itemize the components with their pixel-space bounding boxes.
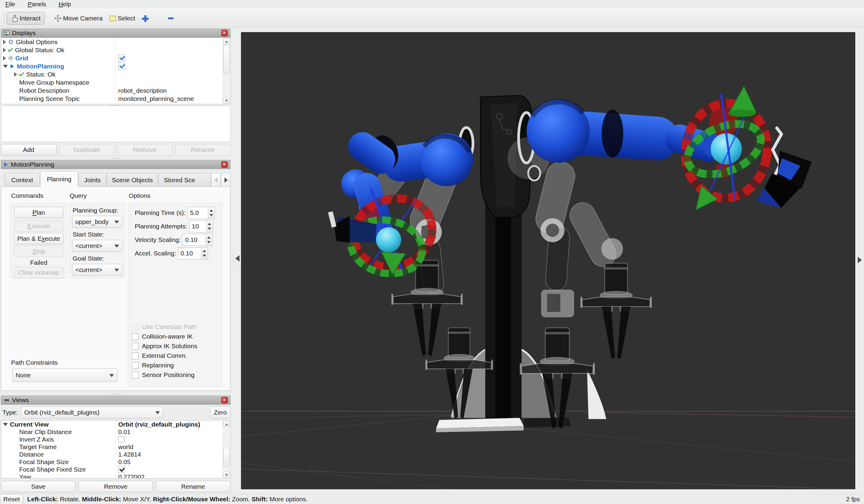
scroll-up-button[interactable] [223, 421, 230, 427]
save-button[interactable]: Save [1, 481, 76, 492]
views-close-button[interactable]: ✕ [221, 397, 228, 404]
select-tool-button[interactable]: Select [106, 12, 139, 25]
displays-row-planning-scene-topic[interactable]: Planning Scene Topic monitored_planning_… [1, 95, 230, 103]
clear-octomap-button[interactable]: Clear octomap [14, 267, 63, 278]
zero-button[interactable]: Zero [210, 406, 230, 418]
tab-scroll-right-button[interactable] [221, 173, 230, 187]
tab-scene-objects[interactable]: Scene Objects [107, 173, 158, 187]
expander-icon[interactable] [3, 423, 8, 426]
displays-row-status-ok[interactable]: Status: Ok [1, 70, 230, 79]
property-value[interactable]: monitored_planning_scene [118, 95, 194, 103]
expander-icon[interactable] [3, 40, 6, 45]
planning-time-input[interactable]: 5.0 [187, 207, 208, 219]
collapse-left-arrow-icon[interactable] [235, 255, 239, 262]
expander-icon[interactable] [3, 56, 6, 61]
grid-enabled-checkbox[interactable] [118, 55, 125, 61]
remove-button[interactable]: Remove [117, 144, 172, 156]
displays-row-global-options[interactable]: Global Options [1, 38, 230, 46]
add-tool-button[interactable] [140, 13, 150, 23]
use-cartesian-path-checkbox[interactable] [132, 324, 139, 331]
accel-scaling-spinner[interactable] [201, 247, 208, 259]
displays-row-global-status[interactable]: Global Status: Ok [1, 46, 230, 54]
replanning-checkbox[interactable] [132, 362, 139, 369]
planning-attempts-spinner[interactable] [206, 220, 213, 232]
planning-attempts-input[interactable]: 10 [189, 220, 206, 232]
panel-splitter[interactable] [110, 393, 121, 395]
displays-tree-scrollbar[interactable] [223, 38, 230, 104]
displays-row-move-group-namespace[interactable]: Move Group Namespace [1, 79, 230, 86]
views-panel-header[interactable]: Views ✕ [1, 396, 230, 405]
accel-scaling-input[interactable]: 0.10 [178, 247, 201, 259]
property-value[interactable]: robot_description [118, 87, 167, 94]
displays-panel-header[interactable]: Displays ✕ [1, 28, 230, 37]
property-value[interactable]: 1.42814 [118, 451, 141, 458]
expander-icon[interactable] [3, 65, 8, 68]
add-button[interactable]: Add [1, 144, 57, 156]
views-row-focal-shape-fixed[interactable]: Focal Shape Fixed Size [1, 466, 230, 473]
execute-button[interactable]: Execute [14, 220, 63, 232]
menu-panels[interactable]: Panels [26, 1, 47, 8]
scroll-down-button[interactable] [223, 471, 230, 478]
views-row-distance[interactable]: Distance 1.42814 [1, 451, 230, 458]
goal-state-select[interactable]: <current> [72, 264, 122, 276]
displays-row-motionplanning[interactable]: MotionPlanning [1, 62, 230, 70]
menu-file[interactable]: File [4, 1, 16, 8]
toolbar-drag-handle[interactable] [3, 13, 5, 23]
start-state-select[interactable]: <current> [72, 240, 122, 252]
3d-viewport[interactable] [241, 32, 855, 489]
views-row-near-clip[interactable]: Near Clip Distance 0.01 [1, 428, 230, 435]
property-value[interactable]: world [118, 443, 133, 451]
views-tree-scrollbar[interactable] [223, 421, 230, 478]
displays-close-button[interactable]: ✕ [221, 30, 228, 36]
tab-context[interactable]: Context [4, 173, 40, 187]
views-row-target-frame[interactable]: Target Frame world [1, 443, 230, 451]
rename-button[interactable]: Rename [175, 144, 231, 156]
reset-button[interactable]: Reset [0, 494, 23, 504]
panel-splitter[interactable] [110, 158, 121, 159]
scrollbar-thumb[interactable] [223, 448, 230, 467]
rename-view-button[interactable]: Rename [156, 481, 230, 492]
property-value[interactable]: 0.272002 [118, 473, 145, 479]
path-constraints-select[interactable]: None [12, 369, 117, 382]
view-type-select[interactable]: Orbit (rviz_default_plugins) [21, 406, 163, 418]
property-value[interactable]: 0.05 [118, 458, 131, 466]
stop-button[interactable]: Stop [14, 245, 63, 257]
external-comm-checkbox[interactable] [132, 352, 139, 359]
expand-right-arrow-icon[interactable] [858, 257, 862, 263]
views-row-focal-shape-size[interactable]: Focal Shape Size 0.05 [1, 458, 230, 466]
planning-time-spinner[interactable] [208, 207, 215, 219]
motionplanning-close-button[interactable]: ✕ [221, 161, 228, 168]
tab-joints[interactable]: Joints [78, 173, 107, 187]
motionplanning-panel-header[interactable]: MotionPlanning ✕ [1, 160, 230, 169]
sensor-positioning-checkbox[interactable] [132, 372, 139, 379]
scrollbar-thumb[interactable] [223, 45, 230, 74]
views-row-invert-z[interactable]: Invert Z Axis [1, 435, 230, 443]
remove-tool-button[interactable] [166, 13, 176, 23]
collision-aware-ik-checkbox[interactable] [132, 333, 139, 340]
velocity-scaling-spinner[interactable] [206, 234, 213, 246]
views-row-yaw[interactable]: Yaw 0.272002 [1, 473, 230, 479]
duplicate-button[interactable]: Duplicate [59, 144, 115, 156]
approx-ik-solutions-checkbox[interactable] [132, 343, 139, 350]
property-value[interactable]: 0.01 [118, 428, 131, 435]
expander-icon[interactable] [14, 72, 17, 77]
displays-row-robot-description[interactable]: Robot Description robot_description [1, 86, 230, 95]
remove-view-button[interactable]: Remove [78, 481, 153, 492]
views-row-current-view[interactable]: Current View Orbit (rviz_default_plugins… [1, 421, 230, 428]
motionplanning-enabled-checkbox[interactable] [118, 63, 125, 70]
expander-icon[interactable] [3, 48, 6, 52]
move-camera-tool-button[interactable]: Move Camera [50, 12, 106, 25]
tab-planning[interactable]: Planning [40, 171, 78, 187]
interact-tool-button[interactable]: Interact [7, 12, 45, 25]
tab-stored-scenes[interactable]: Stored Sce [158, 173, 211, 187]
focal-shape-fixed-checkbox[interactable] [118, 466, 124, 472]
scroll-down-button[interactable] [223, 97, 230, 103]
plan-and-execute-button[interactable]: Plan & Execute [14, 233, 63, 244]
velocity-scaling-input[interactable]: 0.10 [182, 234, 206, 246]
left-splitter[interactable] [230, 28, 241, 494]
plan-button[interactable]: Plan [14, 207, 63, 218]
tab-scroll-left-button[interactable] [211, 173, 220, 187]
displays-row-grid[interactable]: Grid [1, 54, 230, 62]
menu-help[interactable]: Help [57, 1, 72, 8]
scroll-up-button[interactable] [223, 38, 230, 45]
